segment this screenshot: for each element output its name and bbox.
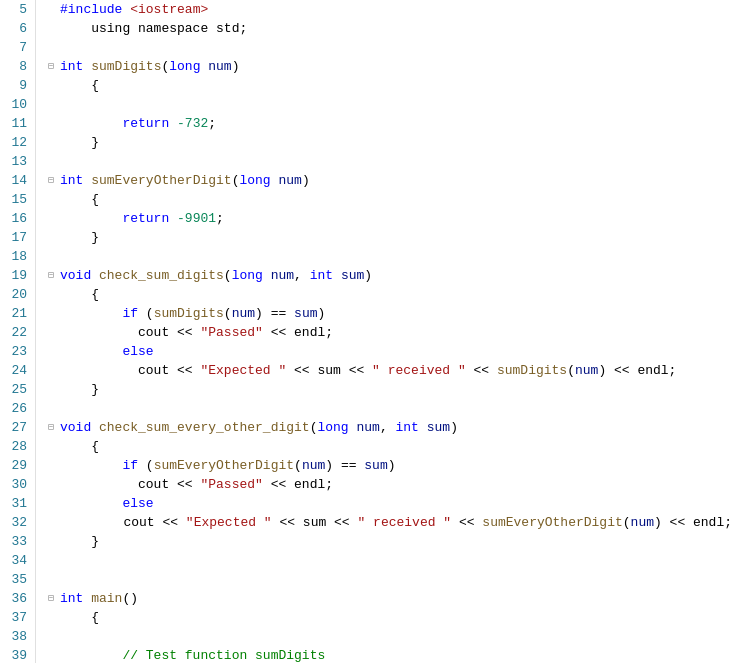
code-token: << endl; <box>263 475 333 494</box>
code-token: ( <box>232 171 240 190</box>
code-token: sumDigits <box>497 361 567 380</box>
code-line <box>44 627 732 646</box>
code-token: int <box>60 171 91 190</box>
code-token: { <box>60 190 99 209</box>
code-line: else <box>44 494 732 513</box>
line-number: 24 <box>4 361 27 380</box>
line-number: 9 <box>4 76 27 95</box>
code-token: ) <box>364 266 372 285</box>
code-token: ( <box>224 266 232 285</box>
code-line: ⊟void check_sum_every_other_digit(long n… <box>44 418 732 437</box>
code-line <box>44 247 732 266</box>
code-token: ) == <box>325 456 364 475</box>
code-token: sum <box>364 456 387 475</box>
line-number: 12 <box>4 133 27 152</box>
code-token: num <box>232 304 255 323</box>
code-token: num <box>271 266 294 285</box>
line-number: 28 <box>4 437 27 456</box>
code-line: { <box>44 608 732 627</box>
code-token: sum <box>341 266 364 285</box>
code-line: cout << "Expected " << sum << " received… <box>44 513 732 532</box>
line-number: 8 <box>4 57 27 76</box>
code-token: ; <box>208 114 216 133</box>
code-token: ( <box>161 57 169 76</box>
code-token: , <box>294 266 310 285</box>
code-token: } <box>60 380 99 399</box>
code-token: ; <box>216 209 224 228</box>
code-line: return -732; <box>44 114 732 133</box>
code-line <box>44 38 732 57</box>
line-number: 7 <box>4 38 27 57</box>
code-token: ) == <box>255 304 294 323</box>
code-token: if <box>60 456 146 475</box>
code-token: ( <box>146 304 154 323</box>
code-line <box>44 152 732 171</box>
code-token: else <box>60 494 154 513</box>
line-number: 22 <box>4 323 27 342</box>
code-token: int <box>60 57 91 76</box>
code-token: "Expected " <box>200 361 286 380</box>
line-number: 17 <box>4 228 27 247</box>
code-token: num <box>302 456 325 475</box>
code-token: check_sum_every_other_digit <box>99 418 310 437</box>
code-token: "Expected " <box>186 513 272 532</box>
line-number: 38 <box>4 627 27 646</box>
code-token: ) <box>318 304 326 323</box>
line-number: 15 <box>4 190 27 209</box>
code-token: long <box>232 266 271 285</box>
code-token: } <box>60 532 99 551</box>
code-token: void <box>60 418 99 437</box>
line-number: 11 <box>4 114 27 133</box>
code-token: sumEveryOtherDigit <box>91 171 231 190</box>
line-numbers: 5678910111213141516171819202122232425262… <box>0 0 36 663</box>
code-token: int <box>396 418 427 437</box>
fold-icon[interactable]: ⊟ <box>44 592 58 606</box>
code-token: if <box>60 304 146 323</box>
line-number: 32 <box>4 513 27 532</box>
code-token: sum <box>427 418 450 437</box>
code-token: else <box>60 342 154 361</box>
code-editor: 5678910111213141516171819202122232425262… <box>0 0 732 663</box>
line-number: 19 <box>4 266 27 285</box>
code-line: { <box>44 76 732 95</box>
line-number: 26 <box>4 399 27 418</box>
code-line: { <box>44 437 732 456</box>
fold-icon[interactable]: ⊟ <box>44 60 58 74</box>
code-token: ( <box>623 513 631 532</box>
code-token: num <box>631 513 654 532</box>
code-line: } <box>44 380 732 399</box>
line-number: 33 <box>4 532 27 551</box>
code-line: else <box>44 342 732 361</box>
line-number: 25 <box>4 380 27 399</box>
code-token: long <box>239 171 278 190</box>
code-token: -732 <box>177 114 208 133</box>
line-number: 5 <box>4 0 27 19</box>
line-number: 20 <box>4 285 27 304</box>
line-number: 37 <box>4 608 27 627</box>
code-line: ⊟int sumDigits(long num) <box>44 57 732 76</box>
code-line: ⊟int sumEveryOtherDigit(long num) <box>44 171 732 190</box>
code-token: sumDigits <box>91 57 161 76</box>
line-number: 16 <box>4 209 27 228</box>
code-token: int <box>310 266 341 285</box>
fold-icon[interactable]: ⊟ <box>44 421 58 435</box>
code-token: { <box>60 437 99 456</box>
code-token: num <box>575 361 598 380</box>
code-token: sumDigits <box>154 304 224 323</box>
code-token: void <box>60 266 99 285</box>
line-number: 30 <box>4 475 27 494</box>
code-line <box>44 551 732 570</box>
code-line: using namespace std; <box>44 19 732 38</box>
code-line: if (sumEveryOtherDigit(num) == sum) <box>44 456 732 475</box>
code-area[interactable]: #include <iostream> using namespace std;… <box>36 0 732 663</box>
line-number: 34 <box>4 551 27 570</box>
line-number: 36 <box>4 589 27 608</box>
fold-icon[interactable]: ⊟ <box>44 269 58 283</box>
code-token: cout << <box>60 361 200 380</box>
code-token: ( <box>567 361 575 380</box>
code-line: } <box>44 133 732 152</box>
fold-icon[interactable]: ⊟ <box>44 174 58 188</box>
code-token: { <box>60 608 99 627</box>
code-token: cout << <box>45 513 185 532</box>
code-token: // Test function sumDigits <box>60 646 325 663</box>
